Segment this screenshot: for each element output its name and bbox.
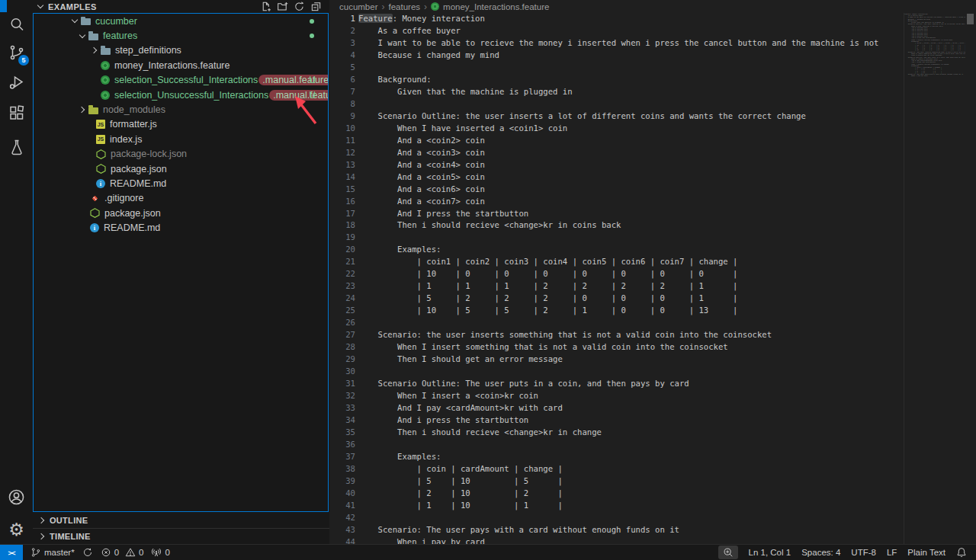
eol-status[interactable]: LF bbox=[887, 548, 897, 557]
tree-item-label: money_Interactions.feature bbox=[114, 60, 230, 71]
line-number: 36 bbox=[329, 439, 355, 451]
code-line[interactable]: 25 | 10 | 5 | 5 | 2 | 1 | 0 | 0 | 13 | bbox=[329, 305, 976, 317]
code-line[interactable]: 41 | 1 | 10 | 1 | bbox=[329, 500, 976, 512]
explorer-section-header[interactable]: EXAMPLES bbox=[33, 0, 329, 13]
sync-changes-button[interactable] bbox=[82, 547, 93, 558]
outline-section-header[interactable]: OUTLINE bbox=[33, 512, 329, 528]
code-line[interactable]: 12 And a <coin3> coin bbox=[329, 147, 976, 159]
code-line[interactable]: 14 And a <coin5> coin bbox=[329, 171, 976, 184]
code-line[interactable]: 17 And I press the startbutton bbox=[329, 208, 976, 220]
testing-icon[interactable] bbox=[0, 133, 33, 162]
source-control-icon[interactable]: 5 bbox=[0, 38, 33, 67]
tree-item[interactable]: node_modules bbox=[34, 102, 328, 117]
chevron-down-icon[interactable] bbox=[70, 16, 81, 27]
code-line[interactable]: 42 bbox=[329, 512, 976, 524]
code-line[interactable]: 11 And a <coin2> coin bbox=[329, 135, 976, 147]
code-line[interactable]: 2 As a coffee buyer bbox=[329, 25, 976, 37]
code-line[interactable]: 13 And a <coin4> coin bbox=[329, 159, 976, 171]
language-mode[interactable]: Plain Text bbox=[907, 548, 946, 557]
tree-item[interactable]: iREADME.md bbox=[34, 176, 328, 190]
breadcrumb-folder[interactable]: features bbox=[389, 2, 421, 11]
timeline-section-header[interactable]: TIMELINE bbox=[33, 528, 329, 544]
tree-item[interactable]: money_Interactions.feature bbox=[34, 58, 328, 72]
run-and-debug-icon[interactable] bbox=[0, 68, 33, 97]
tree-item[interactable]: selection_Unsuccessful_Interactions.manu… bbox=[34, 88, 328, 102]
tree-item[interactable]: JSindex.js bbox=[34, 132, 328, 146]
encoding-status[interactable]: UTF-8 bbox=[851, 548, 876, 557]
ports-status[interactable]: 0 bbox=[151, 547, 169, 558]
code-line[interactable]: 33 And I pay <cardAmount>kr with card bbox=[329, 402, 976, 414]
code-line[interactable]: 29 Then I should get an error message bbox=[329, 354, 976, 366]
code-line[interactable]: 19 bbox=[329, 232, 976, 244]
code-line[interactable]: 38 | coin | cardAmount | change | bbox=[329, 463, 976, 475]
tree-item[interactable]: selection_Successful_Interactions.manual… bbox=[34, 73, 328, 88]
tree-item[interactable]: package-lock.json bbox=[34, 147, 328, 162]
code-line[interactable]: 18 Then i should recieve <change>kr in c… bbox=[329, 219, 976, 232]
code-line[interactable]: 8 bbox=[329, 98, 976, 110]
tree-item[interactable]: features bbox=[34, 28, 328, 43]
code-line[interactable]: 34 And i press the startbutton bbox=[329, 414, 976, 427]
code-line[interactable]: 4 Because i changed my mind bbox=[329, 50, 976, 62]
code-line[interactable]: 37 Examples: bbox=[329, 451, 976, 463]
minimap[interactable]: Feature: Money interaction As a coffee b… bbox=[904, 13, 965, 544]
code-line[interactable]: 39 | 5 | 10 | 5 | bbox=[329, 475, 976, 488]
chevron-right-icon[interactable] bbox=[78, 104, 88, 115]
code-line[interactable]: 7 Given that the machine is plugged in bbox=[329, 86, 976, 98]
accounts-icon[interactable] bbox=[0, 482, 33, 511]
cursor-position[interactable]: Ln 1, Col 1 bbox=[749, 548, 791, 557]
code-line[interactable]: 1Feature: Money interaction bbox=[329, 13, 976, 25]
indentation-status[interactable]: Spaces: 4 bbox=[801, 548, 840, 557]
tree-item[interactable]: JSformatter.js bbox=[34, 117, 328, 132]
breadcrumb-file[interactable]: money_Interactions.feature bbox=[443, 2, 549, 11]
info-icon: i bbox=[90, 223, 99, 232]
code-line[interactable]: 40 | 2 | 10 | 2 | bbox=[329, 488, 976, 500]
git-branch-status[interactable]: master* bbox=[30, 547, 75, 558]
code-line[interactable]: 9 Scenario Outline: the user inserts a l… bbox=[329, 110, 976, 123]
code-line[interactable]: 31 Scenario Outline: The user puts in a … bbox=[329, 378, 976, 390]
code-line[interactable]: 44 When i pay by card bbox=[329, 536, 976, 544]
code-line[interactable]: 22 | 10 | 0 | 0 | 0 | 0 | 0 | 0 | 0 | bbox=[329, 268, 976, 280]
code-line[interactable]: 10 When I have inserted a <coin1> coin bbox=[329, 123, 976, 135]
code-line[interactable]: 36 bbox=[329, 439, 976, 451]
code-line[interactable]: 16 And a <coin7> coin bbox=[329, 196, 976, 208]
code-line-text: When I have inserted a <coin1> coin bbox=[358, 123, 567, 135]
code-line[interactable]: 35 Then i should recieve <change>kr in c… bbox=[329, 427, 976, 439]
tree-item[interactable]: package.json bbox=[34, 206, 328, 220]
extensions-icon[interactable] bbox=[0, 98, 33, 127]
code-line[interactable]: 3 I want to be able to recieve the money… bbox=[329, 37, 976, 50]
editor-scrollbar[interactable] bbox=[965, 13, 976, 544]
code-line[interactable]: 20 Examples: bbox=[329, 244, 976, 256]
code-line[interactable]: 21 | coin1 | coin2 | coin3 | coin4 | coi… bbox=[329, 256, 976, 268]
tree-item[interactable]: iREADME.md bbox=[34, 220, 328, 235]
code-line[interactable]: 26 bbox=[329, 317, 976, 329]
notifications-bell-icon[interactable] bbox=[956, 547, 967, 558]
code-line[interactable]: 28 When I insert something that is not a… bbox=[329, 341, 976, 354]
code-line[interactable]: 6 Background: bbox=[329, 74, 976, 86]
code-area[interactable]: 1Feature: Money interaction2 As a coffee… bbox=[329, 13, 976, 544]
refresh-icon[interactable] bbox=[293, 1, 305, 13]
new-file-icon[interactable] bbox=[259, 1, 271, 13]
chevron-right-icon[interactable] bbox=[90, 45, 101, 56]
code-line[interactable]: 24 | 5 | 2 | 2 | 2 | 0 | 0 | 0 | 1 | bbox=[329, 293, 976, 305]
zoom-indicator[interactable] bbox=[718, 546, 738, 559]
remote-indicator[interactable]: >< bbox=[0, 545, 23, 560]
new-folder-icon[interactable] bbox=[276, 1, 288, 13]
code-line[interactable]: 27 Scenario: the user inserts something … bbox=[329, 329, 976, 341]
tree-item[interactable]: .gitignore bbox=[34, 191, 328, 206]
code-line[interactable]: 30 bbox=[329, 366, 976, 378]
tree-item[interactable]: cucumber bbox=[34, 14, 328, 28]
search-icon[interactable] bbox=[0, 10, 33, 39]
code-line[interactable]: 23 | 1 | 1 | 1 | 2 | 2 | 2 | 2 | 1 | bbox=[329, 280, 976, 293]
scrollbar-slider[interactable] bbox=[967, 14, 974, 24]
collapse-all-icon[interactable] bbox=[310, 1, 322, 13]
tree-item[interactable]: package.json bbox=[34, 162, 328, 176]
breadcrumb-folder[interactable]: cucumber bbox=[339, 2, 378, 11]
code-line[interactable]: 5 bbox=[329, 62, 976, 74]
problems-status[interactable]: 0 0 bbox=[101, 547, 144, 558]
code-line[interactable]: 32 When I insert a <coin>kr coin bbox=[329, 390, 976, 402]
chevron-down-icon[interactable] bbox=[78, 30, 88, 41]
settings-gear-icon[interactable]: ⚙ bbox=[0, 515, 33, 544]
code-line[interactable]: 43 Scenario: The user pays with a card w… bbox=[329, 524, 976, 536]
code-line[interactable]: 15 And a <coin6> coin bbox=[329, 184, 976, 196]
tree-item[interactable]: step_definitions bbox=[34, 43, 328, 58]
